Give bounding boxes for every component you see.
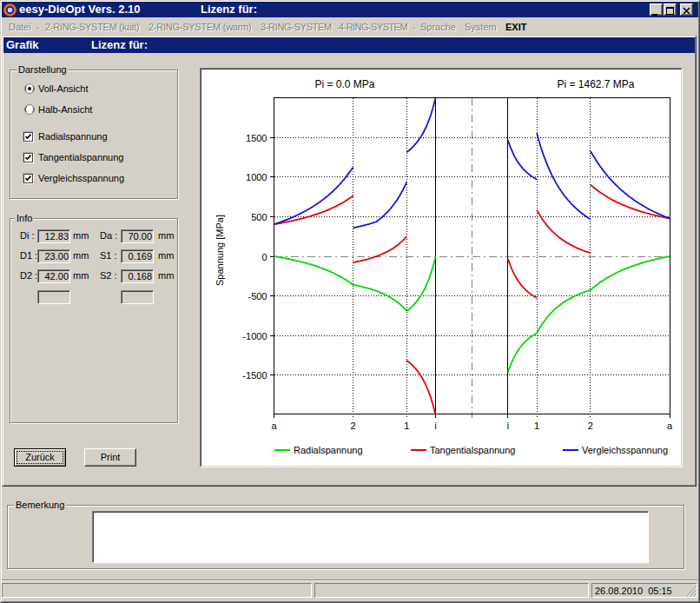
svg-text:500: 500 (251, 212, 267, 222)
svg-text:-500: -500 (248, 291, 267, 302)
svg-text:1: 1 (404, 421, 409, 431)
svg-text:2: 2 (588, 421, 593, 431)
svg-text:i: i (434, 421, 436, 431)
svg-text:Spannung [MPa]: Spannung [MPa] (215, 215, 225, 286)
svg-text:-1500: -1500 (242, 370, 267, 381)
svg-text:2: 2 (351, 421, 356, 431)
svg-text:-1000: -1000 (242, 331, 267, 341)
svg-text:1500: 1500 (246, 133, 267, 143)
svg-text:Vergleichsspannung: Vergleichsspannung (582, 445, 668, 455)
svg-text:Pi = 0.0 MPa: Pi = 0.0 MPa (314, 78, 374, 90)
svg-text:i: i (507, 421, 509, 431)
svg-text:Tangentialspannung: Tangentialspannung (430, 445, 515, 455)
svg-text:1: 1 (534, 421, 539, 431)
svg-text:a: a (667, 421, 673, 431)
svg-text:a: a (271, 421, 277, 431)
svg-text:Radialspannung: Radialspannung (294, 445, 363, 455)
svg-text:1000: 1000 (246, 172, 267, 182)
svg-text:0: 0 (261, 252, 267, 262)
svg-text:Pi = 1462.7 MPa: Pi = 1462.7 MPa (557, 78, 634, 90)
